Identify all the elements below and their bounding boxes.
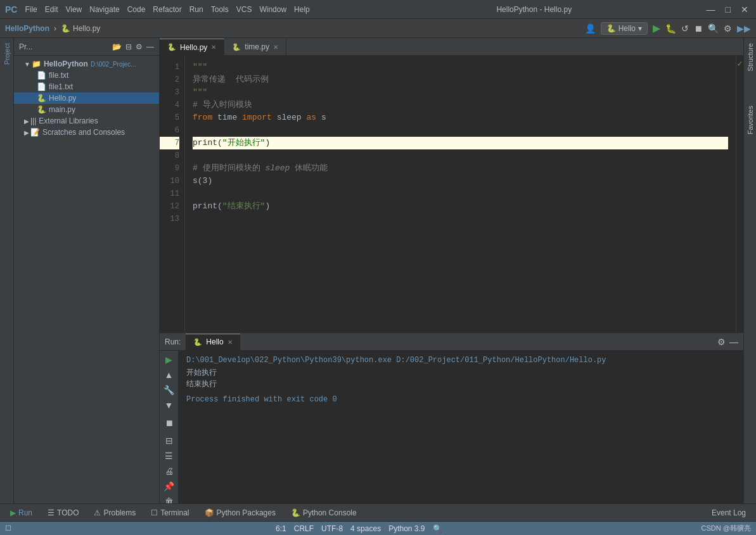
run-play-icon[interactable]: ▶: [164, 353, 174, 366]
run-tab-close[interactable]: ✕: [227, 339, 233, 346]
panel-icon-close[interactable]: —: [146, 42, 154, 51]
panel-toolbar: 📂 ⊟ ⚙ —: [112, 42, 154, 51]
menu-navigate[interactable]: Navigate: [89, 5, 119, 14]
code-line-3: """: [193, 86, 728, 99]
run-scroll-up-icon[interactable]: ▲: [163, 368, 175, 381]
tree-item-external[interactable]: ▶ ||| External Libraries: [14, 115, 159, 127]
tree-item-scratches[interactable]: ▶ 📝 Scratches and Consoles: [14, 127, 159, 138]
run-print-icon[interactable]: 🖨: [163, 465, 175, 477]
run-panel: Run: 🐍 Hello ✕ ⚙ — ▶ ▲ 🔧 ▼ ⏹: [160, 332, 743, 503]
close-button[interactable]: ✕: [738, 4, 751, 15]
panel-icon-settings[interactable]: ⚙: [136, 42, 143, 51]
run-dump-icon[interactable]: ⊟: [164, 434, 174, 447]
editor-tabs: 🐍 Hello.py ✕ 🐍 time.py ✕: [160, 38, 743, 56]
inspector-icon[interactable]: 🔍: [433, 524, 442, 533]
run-all-button[interactable]: ▶▶: [737, 23, 751, 34]
run-tab-hello[interactable]: 🐍 Hello ✕: [186, 334, 240, 350]
run-scroll-down-icon[interactable]: ▼: [163, 399, 175, 412]
run-config-selector[interactable]: 🐍 Hello ▾: [601, 22, 648, 35]
problems-icon: ⚠: [94, 508, 101, 517]
run-stop-icon[interactable]: ⏹: [163, 417, 175, 429]
run-button[interactable]: ▶: [653, 22, 660, 34]
maximize-button[interactable]: □: [723, 4, 733, 15]
python-interpreter[interactable]: Python 3.9: [388, 524, 425, 533]
menu-refactor[interactable]: Refactor: [153, 5, 181, 14]
settings-gear-icon[interactable]: ⚙: [717, 337, 726, 347]
run-wrench-icon[interactable]: 🔧: [162, 384, 176, 396]
bottom-tab-python-console[interactable]: 🐍 Python Console: [283, 504, 364, 522]
code-line-9: # 使用时间模块的 sleep 休眠功能: [193, 162, 728, 175]
git-icon[interactable]: 👤: [585, 23, 596, 34]
tree-item-main-py[interactable]: 🐍 main.py: [14, 104, 159, 115]
bottom-tab-todo-label: TODO: [57, 508, 79, 517]
menu-bar: File Edit View Navigate Code Refactor Ru…: [25, 5, 364, 14]
run-trash-icon[interactable]: 🗑: [163, 495, 175, 503]
run-output-line-2: 结束执行: [186, 379, 736, 390]
status-bar: ☐ 6:1 CRLF UTF-8 4 spaces Python 3.9 🔍 C…: [0, 521, 756, 535]
favorites-label[interactable]: Favorites: [745, 103, 755, 137]
breadcrumb-project[interactable]: HelloPython: [5, 24, 49, 33]
line-ending[interactable]: CRLF: [294, 524, 314, 533]
settings-minimize-icon[interactable]: —: [729, 337, 738, 347]
window-title: HelloPython - Hello.py: [364, 5, 704, 14]
bottom-tab-todo[interactable]: ☰ TODO: [40, 504, 86, 522]
tab-hello-close[interactable]: ✕: [211, 44, 216, 51]
run-tab-icon: 🐍: [193, 338, 202, 346]
bottom-tab-run[interactable]: ▶ Run: [3, 504, 40, 522]
project-panel: Pr... 📂 ⊟ ⚙ — ▼ 📁 HelloPython D:\002_Pro…: [14, 38, 160, 503]
code-line-13: [193, 213, 728, 225]
run-tab-run-icon: ▶: [10, 508, 16, 517]
menu-window[interactable]: Window: [259, 5, 286, 14]
run-toolbar: ▶ ▲ 🔧 ▼ ⏹ ⊟ ☰ 🖨 📌 🗑: [160, 351, 179, 503]
settings-button[interactable]: ⚙: [724, 23, 732, 34]
menu-help[interactable]: Help: [294, 5, 310, 14]
bottom-tab-terminal[interactable]: ☐ Terminal: [143, 504, 196, 522]
breadcrumb-file-icon: 🐍: [61, 24, 70, 33]
stop-button[interactable]: ⏹: [694, 23, 703, 34]
tab-hello-py[interactable]: 🐍 Hello.py ✕: [160, 39, 224, 55]
console-icon: 🐍: [291, 508, 300, 517]
project-panel-header: Pr... 📂 ⊟ ⚙ —: [14, 38, 159, 56]
tab-time-close[interactable]: ✕: [273, 44, 278, 51]
panel-icon-open[interactable]: 📂: [112, 42, 122, 51]
status-checkbox[interactable]: ☐: [5, 524, 11, 532]
tree-item-hello-py[interactable]: 🐍 Hello.py: [14, 92, 159, 104]
tree-item-file-txt[interactable]: 📄 file.txt: [14, 70, 159, 81]
run-command: D:\001_Develop\022_Python\Python39\pytho…: [186, 356, 736, 365]
indent-info[interactable]: 4 spaces: [350, 524, 381, 533]
bottom-tab-python-packages[interactable]: 📦 Python Packages: [197, 504, 283, 522]
run-pin-icon[interactable]: 📌: [162, 480, 176, 493]
rerun-button[interactable]: ↺: [681, 23, 689, 34]
run-output-line-1: 开始执行: [186, 367, 736, 379]
code-line-1: """: [193, 61, 728, 73]
search-button[interactable]: 🔍: [708, 23, 719, 34]
menu-code[interactable]: Code: [127, 5, 146, 14]
debug-button[interactable]: 🐛: [665, 23, 676, 34]
scratch-icon: 📝: [30, 128, 40, 137]
menu-view[interactable]: View: [65, 5, 82, 14]
bottom-tab-event-log[interactable]: Event Log: [704, 504, 753, 522]
tree-item-root[interactable]: ▼ 📁 HelloPython D:\002_Projec...: [14, 58, 159, 70]
breadcrumb-file[interactable]: Hello.py: [73, 24, 100, 33]
code-editor[interactable]: 12345 678910 111213 """ 异常传递 代码示例 """ # …: [160, 56, 743, 332]
menu-vcs[interactable]: VCS: [236, 5, 252, 14]
menu-file[interactable]: File: [25, 5, 37, 14]
run-config-icon: 🐍: [606, 24, 616, 33]
cursor-position[interactable]: 6:1: [276, 524, 286, 533]
run-list-icon[interactable]: ☰: [163, 450, 174, 462]
menu-edit[interactable]: Edit: [45, 5, 58, 14]
python-file-icon: 🐍: [37, 105, 46, 114]
encoding[interactable]: UTF-8: [321, 524, 343, 533]
menu-tools[interactable]: Tools: [211, 5, 229, 14]
bottom-tab-terminal-label: Terminal: [160, 508, 189, 517]
minimize-button[interactable]: —: [704, 4, 718, 15]
bottom-tab-problems[interactable]: ⚠ Problems: [86, 504, 143, 522]
tab-time-py[interactable]: 🐍 time.py ✕: [224, 39, 286, 55]
main-layout: Project Pr... 📂 ⊟ ⚙ — ▼ 📁 HelloPython D:…: [0, 38, 756, 503]
structure-label[interactable]: Structure: [745, 41, 755, 74]
sidebar-tab-project[interactable]: Project: [1, 38, 13, 70]
tree-item-file1-txt[interactable]: 📄 file1.txt: [14, 81, 159, 92]
menu-run[interactable]: Run: [189, 5, 203, 14]
panel-icon-collapse[interactable]: ⊟: [125, 42, 132, 51]
code-content[interactable]: """ 异常传递 代码示例 """ # 导入时间模块 from time imp…: [185, 56, 736, 332]
